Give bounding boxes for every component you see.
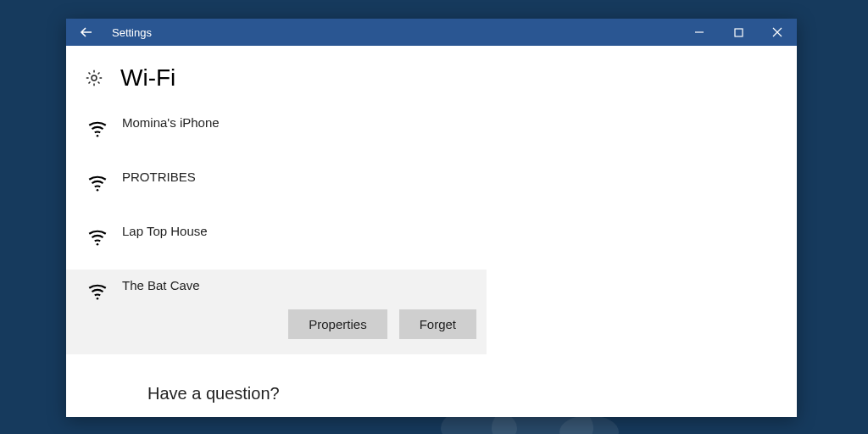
svg-rect-0 xyxy=(735,29,743,36)
wifi-icon xyxy=(86,280,108,302)
wifi-network-item[interactable]: PROTRIBES xyxy=(66,161,487,215)
svg-point-1 xyxy=(92,75,97,81)
page-header: Wi-Fi xyxy=(66,46,797,107)
svg-point-5 xyxy=(97,298,99,300)
wifi-network-name: PROTRIBES xyxy=(122,170,487,184)
back-button[interactable] xyxy=(66,19,107,46)
page-content: Wi-Fi Momina's iPhonePROTRIBESLap Top Ho… xyxy=(66,46,797,354)
wifi-icon xyxy=(86,117,108,139)
wifi-network-name: The Bat Cave xyxy=(122,278,487,292)
network-actions: PropertiesForget xyxy=(122,292,487,339)
window-title: Settings xyxy=(107,26,152,39)
close-icon xyxy=(772,27,782,37)
forget-button[interactable]: Forget xyxy=(399,309,476,339)
minimize-button[interactable] xyxy=(680,19,719,46)
wifi-icon xyxy=(86,171,108,193)
close-button[interactable] xyxy=(758,19,797,46)
arrow-left-icon xyxy=(80,25,93,39)
wifi-network-list: Momina's iPhonePROTRIBESLap Top HouseThe… xyxy=(66,107,487,354)
maximize-icon xyxy=(734,28,743,37)
wifi-network-item[interactable]: Lap Top House xyxy=(66,215,487,270)
svg-point-4 xyxy=(97,243,99,246)
svg-point-2 xyxy=(97,135,99,137)
help-prompt[interactable]: Have a question? xyxy=(147,384,280,403)
wifi-icon xyxy=(86,225,108,248)
wifi-network-item[interactable]: The Bat CavePropertiesForget xyxy=(66,270,487,354)
svg-point-3 xyxy=(97,189,99,192)
maximize-button[interactable] xyxy=(719,19,758,46)
gear-icon xyxy=(85,69,103,87)
wifi-network-name: Lap Top House xyxy=(122,224,487,238)
minimize-icon xyxy=(694,27,704,37)
properties-button[interactable]: Properties xyxy=(288,309,387,339)
wifi-network-name: Momina's iPhone xyxy=(122,115,487,130)
settings-window: Settings Wi-Fi Momina's iPhonePROTRIBESL… xyxy=(66,19,797,417)
page-title: Wi-Fi xyxy=(120,64,175,92)
wifi-network-item[interactable]: Momina's iPhone xyxy=(66,107,487,161)
titlebar: Settings xyxy=(66,19,797,46)
